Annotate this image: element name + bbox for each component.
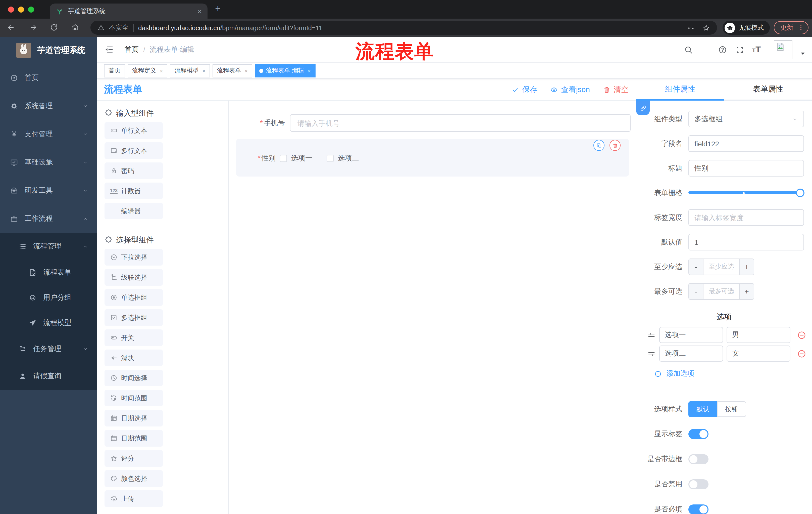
delete-component-button[interactable]: [609, 140, 620, 151]
sidebar-item-研发工具[interactable]: 研发工具: [0, 177, 97, 205]
tags-view-item[interactable]: 流程定义×: [127, 64, 168, 77]
option-value-input[interactable]: [727, 346, 790, 361]
component-编辑器[interactable]: 编辑器: [105, 203, 163, 219]
sidebar-item-请假查询[interactable]: 请假查询: [0, 362, 97, 390]
prop-input-默认值[interactable]: [688, 234, 804, 250]
chrome-menu-icon[interactable]: [798, 24, 805, 31]
sidebar-item-用户分组[interactable]: 用户分组: [0, 285, 97, 310]
tab-form-props[interactable]: 表单属性: [724, 79, 812, 100]
bookmark-star-icon[interactable]: [702, 24, 710, 31]
password-key-icon[interactable]: [687, 24, 694, 31]
component-多行文本[interactable]: 多行文本: [105, 142, 163, 159]
checkbox-box[interactable]: [327, 155, 334, 162]
tag-close-icon[interactable]: ×: [245, 67, 248, 74]
canvas-field-phone[interactable]: *手机号: [236, 114, 631, 132]
sidebar-item-基础设施[interactable]: 基础设施: [0, 148, 97, 177]
component-单选框组[interactable]: 单选框组: [105, 289, 163, 306]
new-tab-button[interactable]: +: [215, 3, 221, 14]
user-menu-caret-icon[interactable]: [801, 52, 805, 56]
toggle-是否必填[interactable]: [688, 505, 708, 514]
drag-handle-icon[interactable]: [647, 349, 656, 358]
remove-option-icon[interactable]: [797, 349, 807, 358]
prop-slider-表单栅格[interactable]: [688, 185, 804, 201]
tags-view-item[interactable]: 流程表单×: [212, 64, 253, 77]
sidebar-item-工作流程[interactable]: 工作流程: [0, 205, 97, 233]
home-icon[interactable]: [71, 23, 79, 32]
prop-select-组件类型[interactable]: 多选框组: [688, 111, 804, 127]
tag-close-icon[interactable]: ×: [308, 67, 311, 74]
component-颜色选择[interactable]: 颜色选择: [105, 470, 163, 487]
canvas-field-gender-selected[interactable]: *性别 选项一选项二: [236, 139, 629, 177]
maximize-window-button[interactable]: [28, 6, 34, 12]
github-icon[interactable]: [701, 45, 710, 54]
component-单行文本[interactable]: 单行文本: [105, 122, 163, 139]
component-级联选择[interactable]: 级联选择: [105, 269, 163, 286]
sidebar-item-任务管理[interactable]: 任务管理: [0, 335, 97, 362]
stepper-increase-button[interactable]: +: [739, 259, 754, 275]
option-label-input[interactable]: [659, 346, 723, 361]
tag-close-icon[interactable]: ×: [202, 67, 205, 74]
toggle-是否禁用[interactable]: [688, 479, 708, 489]
chrome-update-button[interactable]: 更新: [774, 21, 809, 34]
option-value-input[interactable]: [727, 327, 790, 343]
slider-handle[interactable]: [796, 189, 805, 197]
component-开关[interactable]: 开关: [105, 329, 163, 346]
tag-close-icon[interactable]: ×: [160, 67, 163, 74]
prop-input-标签宽度[interactable]: [688, 209, 804, 226]
stepper-decrease-button[interactable]: -: [689, 283, 703, 299]
checkbox-box[interactable]: [280, 155, 287, 162]
doc-link-button[interactable]: [636, 101, 650, 115]
gender-checkbox-选项二[interactable]: 选项二: [327, 154, 359, 163]
stepper-decrease-button[interactable]: -: [689, 259, 703, 275]
address-bar[interactable]: 不安全 dashboard.yudao.iocoder.cn/bpm/manag…: [90, 21, 717, 35]
sidebar-item-流程模型[interactable]: 流程模型: [0, 310, 97, 335]
stepper-increase-button[interactable]: +: [739, 283, 754, 299]
option-style-按钮[interactable]: 按钮: [717, 401, 746, 417]
component-日期选择[interactable]: 日期选择: [105, 410, 163, 427]
toolbar-清空-button[interactable]: 清空: [603, 85, 629, 94]
fullscreen-icon[interactable]: [735, 45, 744, 54]
help-icon[interactable]: [718, 45, 727, 54]
component-下拉选择[interactable]: 下拉选择: [105, 249, 163, 266]
component-密码[interactable]: 密码: [105, 162, 163, 179]
sidebar-item-系统管理[interactable]: 系统管理: [0, 92, 97, 120]
sidebar-logo[interactable]: 芋道管理系统: [0, 37, 97, 64]
sidebar-collapse-icon[interactable]: [104, 45, 114, 54]
tab-component-props[interactable]: 组件属性: [636, 79, 724, 100]
prop-input-字段名[interactable]: [688, 135, 804, 152]
not-secure-warning-icon[interactable]: [97, 24, 105, 31]
forward-icon[interactable]: [29, 23, 38, 32]
tags-view-item[interactable]: 流程表单-编辑×: [255, 64, 316, 77]
tab-close-icon[interactable]: ×: [198, 7, 202, 15]
breadcrumb-home[interactable]: 首页: [125, 45, 139, 54]
option-label-input[interactable]: [659, 327, 723, 343]
component-评分[interactable]: 评分: [105, 450, 163, 467]
component-时间选择[interactable]: 时间选择: [105, 370, 163, 386]
component-多选框组[interactable]: 多选框组: [105, 309, 163, 326]
sidebar-item-首页[interactable]: 首页: [0, 64, 97, 92]
toolbar-保存-button[interactable]: 保存: [512, 85, 538, 94]
gender-checkbox-选项一[interactable]: 选项一: [280, 154, 312, 163]
reload-icon[interactable]: [50, 23, 58, 32]
sidebar-item-流程表单[interactable]: 流程表单: [0, 260, 97, 285]
avatar[interactable]: [774, 40, 792, 59]
toolbar-查看json-button[interactable]: 查看json: [550, 85, 590, 94]
close-window-button[interactable]: [8, 6, 14, 12]
component-上传[interactable]: 上传: [105, 490, 163, 507]
remove-option-icon[interactable]: [797, 330, 807, 340]
component-滑块[interactable]: 滑块: [105, 350, 163, 366]
component-计数器[interactable]: 123计数器: [105, 183, 163, 199]
prop-input-标题[interactable]: [688, 160, 804, 177]
minimize-window-button[interactable]: [18, 6, 24, 12]
toggle-显示标签[interactable]: [688, 429, 708, 439]
phone-input[interactable]: [290, 114, 631, 132]
font-size-icon[interactable]: TT: [752, 45, 761, 54]
tags-view-item[interactable]: 首页: [104, 64, 125, 77]
component-日期范围[interactable]: 日期范围: [105, 430, 163, 447]
tags-view-item[interactable]: 流程模型×: [170, 64, 210, 77]
copy-component-button[interactable]: [593, 140, 605, 151]
browser-tab[interactable]: 芋道管理系统 ×: [50, 3, 207, 19]
option-style-默认[interactable]: 默认: [688, 401, 717, 417]
add-option-button[interactable]: 添加选项: [654, 369, 812, 379]
sidebar-item-流程管理[interactable]: 流程管理: [0, 233, 97, 260]
